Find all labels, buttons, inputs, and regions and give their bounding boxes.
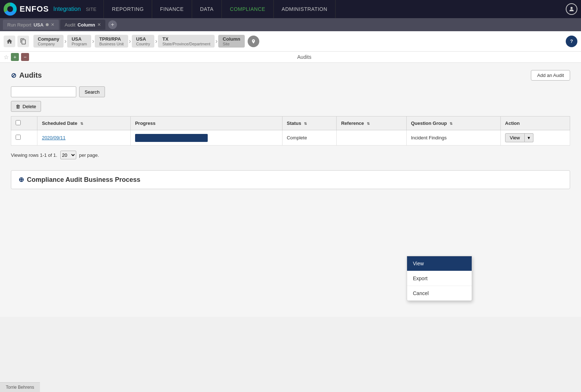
search-row: Search	[11, 86, 570, 97]
nav-data[interactable]: DATA	[192, 0, 222, 18]
tab-audit-close[interactable]: ✕	[97, 22, 101, 27]
user-avatar-icon[interactable]	[566, 3, 577, 15]
add-favorite-button[interactable]: +	[11, 53, 19, 61]
table-header-row: Scheduled Date ⇅ Progress Status ⇅ Refer…	[11, 117, 570, 130]
bc-tx[interactable]: TX State/Province/Department	[158, 35, 215, 48]
bc-company[interactable]: Company Company	[33, 35, 64, 48]
bc-arrow-4: ›	[155, 37, 157, 45]
select-all-checkbox[interactable]	[16, 120, 21, 125]
per-page-select[interactable]: 10 20 50 100	[60, 151, 76, 159]
th-scheduled-date[interactable]: Scheduled Date ⇅	[37, 117, 131, 130]
bc-tpri-label[interactable]: TPRI/RPA Business Unit	[95, 35, 128, 48]
site-label: SITE	[86, 7, 96, 12]
bc-tpri[interactable]: TPRI/RPA Business Unit	[95, 35, 128, 48]
svg-point-0	[570, 7, 573, 9]
delete-button[interactable]: 🗑 Delete	[11, 101, 41, 112]
help-button[interactable]: ?	[566, 36, 577, 47]
th-scheduled-date-label: Scheduled Date	[42, 121, 77, 126]
nav-finance[interactable]: FINANCE	[152, 0, 192, 18]
tab-dirty-indicator	[46, 23, 49, 26]
th-question-group-label: Question Group	[411, 121, 447, 126]
bc-usa2[interactable]: USA Country	[132, 35, 155, 48]
bc-arrow-1: ›	[64, 37, 66, 45]
trash-icon: 🗑	[16, 104, 20, 109]
breadcrumb-bar: Company Company › USA Program › TPRI/RPA…	[0, 31, 581, 52]
dropdown-item-cancel[interactable]: Cancel	[407, 286, 472, 301]
progress-bar	[135, 134, 208, 142]
th-question-group[interactable]: Question Group ⇅	[406, 117, 500, 130]
td-row-checkbox	[11, 130, 37, 146]
audits-section-header: ⊘ Audits Add an Audit	[11, 70, 570, 81]
th-status-label: Status	[287, 121, 301, 126]
nav-reporting[interactable]: REPORTING	[103, 0, 152, 18]
td-reference	[337, 130, 406, 146]
logo-integration-text: Integration	[53, 6, 81, 12]
th-checkbox	[11, 117, 37, 130]
action-dropdown-toggle[interactable]: ▾	[525, 133, 533, 142]
td-status: Complete	[282, 130, 337, 146]
compliance-title-text: Compliance Audit Business Process	[27, 176, 140, 184]
bc-arrow-5: ›	[215, 37, 218, 45]
audits-table-wrapper: Scheduled Date ⇅ Progress Status ⇅ Refer…	[11, 116, 570, 146]
dropdown-item-export[interactable]: Export	[407, 271, 472, 286]
status-sort-icon: ⇅	[304, 122, 307, 126]
home-icon[interactable]	[4, 36, 15, 47]
favorite-star-icon[interactable]: ☆	[4, 54, 9, 61]
compliance-collapse-icon[interactable]: ⊕	[19, 176, 24, 184]
tab-run-report-prefix: Run Report	[7, 22, 31, 28]
bc-usa[interactable]: USA Program	[67, 35, 91, 48]
th-action: Action	[500, 117, 570, 130]
main-content: ⊘ Audits Add an Audit Search 🗑 Delete Sc…	[0, 63, 581, 317]
view-action-button[interactable]: View	[505, 133, 525, 142]
pagination-text: Viewing rows 1-1 of 1.	[11, 152, 57, 158]
td-progress	[130, 130, 282, 146]
tab-add-button[interactable]: +	[108, 20, 117, 29]
question-group-sort-icon: ⇅	[450, 122, 452, 126]
td-scheduled-date: 2020/09/11	[37, 130, 131, 146]
td-question-group: Incident Findings	[406, 130, 500, 146]
tab-run-report-bold: USA	[33, 22, 43, 28]
remove-favorite-button[interactable]: −	[21, 53, 29, 61]
th-reference-label: Reference	[341, 121, 364, 126]
action-dropdown-menu: View Export Cancel	[407, 256, 472, 301]
pagination-row: Viewing rows 1-1 of 1. 10 20 50 100 per …	[11, 151, 570, 159]
th-action-label: Action	[505, 121, 520, 126]
tab-bar: Run Report USA ✕ Audit Column ✕ +	[0, 18, 581, 31]
search-button[interactable]: Search	[79, 86, 105, 97]
logo[interactable]: ENFOS Integration SITE	[4, 3, 96, 16]
th-progress: Progress	[130, 117, 282, 130]
reference-sort-icon: ⇅	[367, 122, 370, 126]
nav-compliance[interactable]: COMPLIANCE	[222, 0, 274, 18]
audits-title: ⊘ Audits	[11, 71, 42, 79]
bc-column-label[interactable]: Column Site	[218, 35, 244, 48]
collapse-icon[interactable]: ⊘	[11, 72, 16, 79]
bc-tx-label[interactable]: TX State/Province/Department	[158, 35, 215, 48]
tab-audit-column[interactable]: Audit Column ✕	[60, 20, 105, 30]
dropdown-item-view[interactable]: View	[407, 256, 472, 271]
row-checkbox[interactable]	[16, 135, 21, 140]
th-reference[interactable]: Reference ⇅	[337, 117, 406, 130]
scheduled-date-link[interactable]: 2020/09/11	[42, 135, 65, 140]
add-audit-button[interactable]: Add an Audit	[531, 70, 570, 81]
scheduled-date-sort-icon: ⇅	[80, 122, 83, 126]
action-cell: View ▾	[505, 133, 565, 142]
search-input[interactable]	[11, 86, 76, 97]
delete-label: Delete	[23, 104, 36, 109]
tab-audit-prefix: Audit	[65, 22, 76, 28]
copy-icon[interactable]	[17, 36, 29, 47]
location-pin-icon[interactable]	[248, 36, 259, 47]
nav-administration[interactable]: ADMINISTRATION	[274, 0, 336, 18]
bc-company-label[interactable]: Company Company	[33, 35, 64, 48]
breadcrumb-items: Company Company › USA Program › TPRI/RPA…	[33, 35, 566, 48]
footer: Torrie Behrens	[0, 382, 40, 392]
bc-usa2-label[interactable]: USA Country	[132, 35, 155, 48]
table-row: 2020/09/11 Complete Incident Findings Vi…	[11, 130, 570, 146]
bc-usa-label[interactable]: USA Program	[67, 35, 91, 48]
bc-column[interactable]: Column Site	[218, 35, 244, 48]
tab-run-report[interactable]: Run Report USA ✕	[3, 20, 59, 30]
tab-run-report-close[interactable]: ✕	[51, 22, 54, 27]
th-status[interactable]: Status ⇅	[282, 117, 337, 130]
audits-table: Scheduled Date ⇅ Progress Status ⇅ Refer…	[11, 116, 570, 146]
user-menu[interactable]	[566, 3, 577, 15]
bc-arrow-2: ›	[92, 37, 94, 45]
